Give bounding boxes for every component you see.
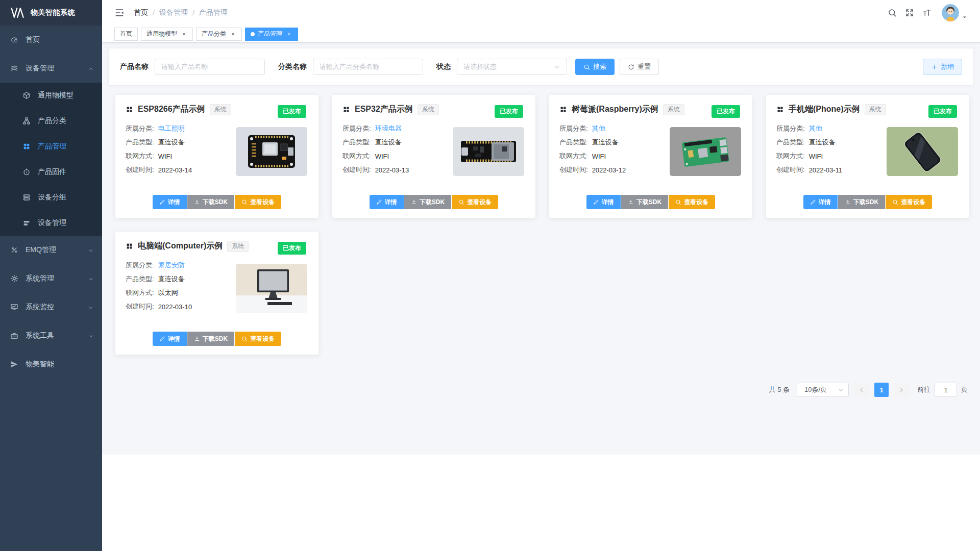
view-devices-button[interactable]: 查看设备 bbox=[886, 195, 932, 209]
category-link[interactable]: 家居安防 bbox=[158, 261, 185, 270]
top-navbar: 首页/设备管理/产品管理 bbox=[102, 0, 980, 26]
sidebar-item-device-group[interactable]: 设备分组 bbox=[0, 185, 102, 210]
card-actions: 详情下载SDK查看设备 bbox=[115, 195, 318, 209]
edit-icon bbox=[810, 199, 816, 205]
download-sdk-button[interactable]: 下载SDK bbox=[621, 195, 668, 209]
avatar[interactable] bbox=[942, 4, 959, 21]
view-devices-button[interactable]: 查看设备 bbox=[235, 195, 281, 209]
product-type: 直连设备 bbox=[592, 138, 619, 147]
detail-button[interactable]: 详情 bbox=[153, 195, 187, 209]
sidebar-item-system-tools[interactable]: 系统工具 bbox=[0, 321, 102, 350]
download-icon bbox=[194, 199, 200, 205]
sidebar-item-home[interactable]: 首页 bbox=[0, 26, 102, 54]
sitemap-icon bbox=[22, 117, 31, 125]
sidebar-item-device-management[interactable]: 设备管理 bbox=[0, 54, 102, 83]
close-icon[interactable] bbox=[229, 31, 236, 38]
sidebar-fold-icon[interactable] bbox=[114, 8, 125, 18]
product-name-label: 产品名称 bbox=[120, 62, 149, 71]
sidebar-item-wumei-smart[interactable]: 物美智能 bbox=[0, 350, 102, 379]
user-menu[interactable] bbox=[942, 4, 968, 21]
dashboard-icon bbox=[10, 36, 18, 44]
sidebar-item-system-management[interactable]: 系统管理 bbox=[0, 264, 102, 293]
gear-icon bbox=[10, 274, 18, 283]
tab-home[interactable]: 首页 bbox=[114, 28, 138, 41]
category-name-input[interactable]: 请输入产品分类名称 bbox=[313, 59, 423, 75]
prev-page-button[interactable] bbox=[854, 383, 869, 397]
sidebar: 物美智能系统 首页设备管理通用物模型产品分类产品管理产品固件设备分组设备管理EM… bbox=[0, 0, 102, 551]
grid-icon bbox=[342, 106, 350, 113]
product-type: 直连设备 bbox=[809, 138, 836, 147]
category-link[interactable]: 电工照明 bbox=[158, 124, 185, 133]
fullscreen-icon[interactable] bbox=[905, 8, 914, 17]
breadcrumb-item: 设备管理 bbox=[159, 8, 188, 17]
view-devices-button[interactable]: 查看设备 bbox=[235, 332, 281, 346]
status-select[interactable]: 请选择状态 bbox=[457, 59, 567, 75]
search-button[interactable]: 搜索 bbox=[575, 59, 615, 75]
add-button[interactable]: 新增 bbox=[923, 59, 962, 75]
network-type: WIFI bbox=[592, 153, 606, 160]
product-name-input[interactable]: 请输入产品名称 bbox=[155, 59, 265, 75]
network-type: WIFI bbox=[809, 153, 823, 160]
system-tag: 系统 bbox=[418, 104, 439, 115]
sidebar-item-product-management[interactable]: 产品管理 bbox=[0, 134, 102, 159]
sidebar-item-system-monitor[interactable]: 系统监控 bbox=[0, 293, 102, 321]
download-sdk-button[interactable]: 下载SDK bbox=[404, 195, 451, 209]
sidebar-item-product-firmware[interactable]: 产品固件 bbox=[0, 159, 102, 185]
tab-general-thing-model[interactable]: 通用物模型 bbox=[141, 28, 193, 41]
download-icon bbox=[194, 336, 200, 342]
system-tag: 系统 bbox=[210, 104, 231, 115]
category-name-label: 分类名称 bbox=[278, 62, 307, 71]
download-icon bbox=[628, 199, 634, 205]
font-size-icon[interactable] bbox=[922, 8, 932, 17]
pagination: 共 5 条 10条/页 1 前往 页 bbox=[108, 383, 974, 397]
tab-product-category[interactable]: 产品分类 bbox=[196, 28, 242, 41]
goto-page-input[interactable] bbox=[935, 383, 957, 397]
detail-button[interactable]: 详情 bbox=[153, 332, 187, 346]
detail-button[interactable]: 详情 bbox=[586, 195, 621, 209]
product-title: ESP8266产品示例 bbox=[138, 104, 205, 115]
download-sdk-button[interactable]: 下载SDK bbox=[187, 195, 234, 209]
breadcrumb-item[interactable]: 首页 bbox=[134, 8, 148, 17]
product-title: 手机端(Phone)示例 bbox=[789, 104, 860, 115]
view-devices-button[interactable]: 查看设备 bbox=[669, 195, 715, 209]
product-title: 树莓派(Raspberry)示例 bbox=[572, 104, 658, 115]
tab-product-management[interactable]: 产品管理 bbox=[245, 28, 298, 41]
search-icon bbox=[892, 199, 898, 205]
next-page-button[interactable] bbox=[894, 383, 909, 397]
download-sdk-button[interactable]: 下载SDK bbox=[838, 195, 885, 209]
page-number-1[interactable]: 1 bbox=[874, 383, 889, 397]
product-title: ESP32产品示例 bbox=[355, 104, 413, 115]
grid-icon bbox=[559, 106, 567, 113]
close-icon[interactable] bbox=[285, 31, 292, 38]
network-type: WIFI bbox=[158, 153, 172, 160]
network-type: 以太网 bbox=[158, 288, 178, 297]
reset-button[interactable]: 重置 bbox=[620, 59, 659, 75]
sidebar-item-emq-management[interactable]: EMQ管理 bbox=[0, 236, 102, 264]
product-card: ESP32产品示例系统已发布所属分类:环境电器产品类型:直连设备联网方式:WIF… bbox=[332, 95, 535, 218]
plus-icon bbox=[931, 64, 938, 70]
breadcrumb: 首页/设备管理/产品管理 bbox=[134, 8, 228, 17]
goto-page: 前往 页 bbox=[917, 383, 968, 397]
search-icon[interactable] bbox=[888, 8, 897, 17]
edit-icon bbox=[593, 199, 599, 205]
view-devices-button[interactable]: 查看设备 bbox=[452, 195, 498, 209]
network-type: WIFI bbox=[375, 153, 389, 160]
created-date: 2022-03-12 bbox=[592, 166, 626, 174]
close-icon[interactable] bbox=[180, 31, 187, 38]
app-logo[interactable]: 物美智能系统 bbox=[0, 0, 102, 26]
category-link[interactable]: 其他 bbox=[592, 124, 605, 133]
sidebar-item-general-thing-model[interactable]: 通用物模型 bbox=[0, 83, 102, 108]
download-sdk-button[interactable]: 下载SDK bbox=[187, 332, 234, 346]
category-link[interactable]: 其他 bbox=[809, 124, 822, 133]
page-size-select[interactable]: 10条/页 bbox=[797, 383, 849, 397]
grid-icon bbox=[126, 242, 133, 250]
navbar-right bbox=[888, 4, 968, 21]
created-date: 2022-03-13 bbox=[375, 166, 409, 174]
detail-button[interactable]: 详情 bbox=[370, 195, 404, 209]
sidebar-item-product-category[interactable]: 产品分类 bbox=[0, 108, 102, 134]
detail-button[interactable]: 详情 bbox=[803, 195, 838, 209]
sidebar-item-device-list[interactable]: 设备管理 bbox=[0, 210, 102, 236]
product-image-esp8266 bbox=[236, 127, 307, 176]
category-link[interactable]: 环境电器 bbox=[375, 124, 402, 133]
product-type: 直连设备 bbox=[158, 138, 185, 147]
